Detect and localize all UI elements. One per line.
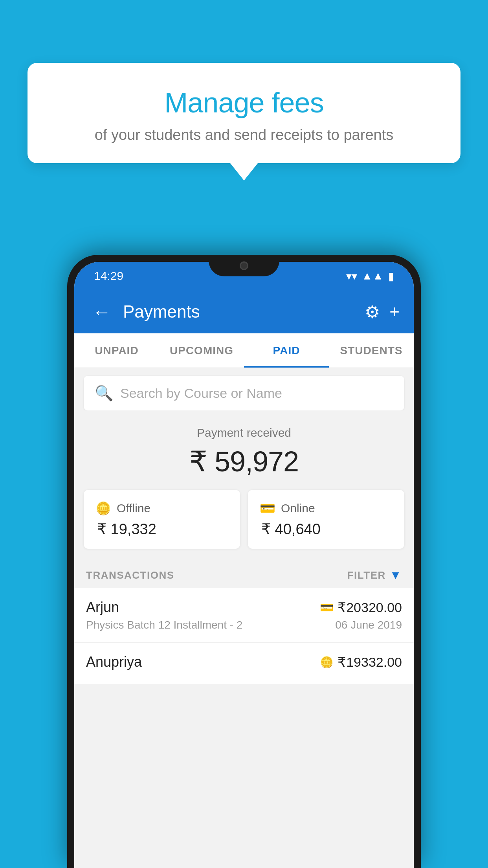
status-icons: ▾▾ ▲▲ ▮ <box>346 270 394 283</box>
search-bar[interactable]: 🔍 Search by Course or Name <box>84 376 404 410</box>
front-camera <box>240 261 248 270</box>
transaction-detail: Physics Batch 12 Installment - 2 <box>86 619 242 631</box>
tabs-bar: UNPAID UPCOMING PAID STUDENTS <box>74 333 414 368</box>
online-card-header: 💳 Online <box>260 501 393 516</box>
transaction-amount: ₹19332.00 <box>338 654 402 670</box>
online-icon: 💳 <box>260 501 275 516</box>
search-icon: 🔍 <box>95 384 113 402</box>
transaction-list: Arjun 💳 ₹20320.00 Physics Batch 12 Insta… <box>74 588 414 685</box>
battery-icon: ▮ <box>388 270 394 283</box>
table-row[interactable]: Arjun 💳 ₹20320.00 Physics Batch 12 Insta… <box>74 588 414 643</box>
phone-screen: 14:29 ▾▾ ▲▲ ▮ ← Payments ⚙ + UNPAID UPCO… <box>74 262 414 868</box>
app-bar-title: Payments <box>123 302 357 322</box>
signal-icon: ▲▲ <box>362 270 383 282</box>
offline-icon: 🪙 <box>95 501 111 516</box>
payment-cards: 🪙 Offline ₹ 19,332 💳 Online ₹ 40,640 <box>74 490 414 561</box>
offline-card-header: 🪙 Offline <box>95 501 228 516</box>
transaction-amount: ₹20320.00 <box>338 600 402 615</box>
online-amount: ₹ 40,640 <box>260 520 393 538</box>
tab-upcoming[interactable]: UPCOMING <box>159 333 244 368</box>
payment-total-amount: ₹ 59,972 <box>84 445 404 478</box>
search-placeholder: Search by Course or Name <box>120 386 282 401</box>
tooltip-title: Manage fees <box>55 86 433 119</box>
wifi-icon: ▾▾ <box>346 270 357 283</box>
payment-summary: Payment received ₹ 59,972 <box>74 410 414 490</box>
transaction-row1: Anupriya 🪙 ₹19332.00 <box>86 654 402 670</box>
add-icon[interactable]: + <box>389 302 400 322</box>
transaction-amount-row: 🪙 ₹19332.00 <box>320 654 402 670</box>
transaction-date: 06 June 2019 <box>335 619 402 631</box>
transaction-amount-row: 💳 ₹20320.00 <box>320 600 402 615</box>
transaction-name: Arjun <box>86 599 119 616</box>
phone-notch <box>209 255 279 276</box>
transactions-label: TRANSACTIONS <box>86 569 174 581</box>
tooltip-subtitle: of your students and send receipts to pa… <box>55 127 433 143</box>
filter-label: FILTER <box>347 569 386 581</box>
tab-students[interactable]: STUDENTS <box>329 333 414 368</box>
payment-received-label: Payment received <box>84 426 404 440</box>
offline-label: Offline <box>117 502 150 515</box>
payment-method-icon: 🪙 <box>320 656 334 669</box>
tab-paid[interactable]: PAID <box>244 333 329 368</box>
transaction-name: Anupriya <box>86 654 142 670</box>
transaction-row1: Arjun 💳 ₹20320.00 <box>86 599 402 616</box>
table-row[interactable]: Anupriya 🪙 ₹19332.00 <box>74 643 414 685</box>
phone-frame: 14:29 ▾▾ ▲▲ ▮ ← Payments ⚙ + UNPAID UPCO… <box>67 255 421 868</box>
payment-method-icon: 💳 <box>320 601 334 614</box>
online-label: Online <box>281 502 315 515</box>
online-payment-card: 💳 Online ₹ 40,640 <box>248 490 404 549</box>
back-button[interactable]: ← <box>88 297 115 327</box>
filter-icon: ▼ <box>390 568 402 582</box>
app-bar: ← Payments ⚙ + <box>74 290 414 333</box>
transactions-header: TRANSACTIONS FILTER ▼ <box>74 561 414 588</box>
transaction-row2: Physics Batch 12 Installment - 2 06 June… <box>86 619 402 631</box>
filter-button[interactable]: FILTER ▼ <box>347 568 402 582</box>
offline-amount: ₹ 19,332 <box>95 520 228 538</box>
status-time: 14:29 <box>94 269 123 283</box>
settings-icon[interactable]: ⚙ <box>365 302 380 322</box>
app-bar-actions: ⚙ + <box>365 302 400 322</box>
offline-payment-card: 🪙 Offline ₹ 19,332 <box>84 490 240 549</box>
tab-unpaid[interactable]: UNPAID <box>74 333 159 368</box>
tooltip-card: Manage fees of your students and send re… <box>28 63 460 163</box>
